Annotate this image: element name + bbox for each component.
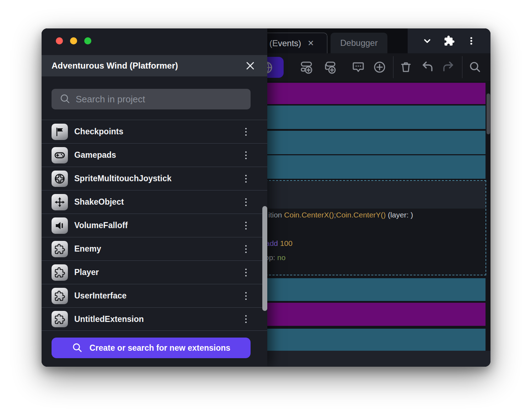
project-title: Adventurous Wind (Platformer) (52, 61, 245, 71)
speaker-icon (52, 217, 68, 234)
list-item-gamepads[interactable]: Gamepads (42, 143, 267, 167)
kebab-menu-icon[interactable] (243, 268, 249, 277)
tab-close-icon[interactable]: ✕ (307, 39, 314, 47)
traffic-close-button[interactable] (56, 37, 63, 44)
event-row[interactable] (255, 106, 486, 129)
event-row[interactable] (255, 303, 486, 326)
list-item-shakeobject[interactable]: ShakeObject (42, 190, 267, 214)
flag-icon (52, 124, 68, 140)
code-token: no (277, 253, 285, 262)
code-token: ition (268, 211, 284, 219)
list-item-label: Checkpoints (74, 127, 243, 136)
more-menu-icon[interactable] (466, 36, 476, 46)
create-extension-button[interactable]: Create or search for new extensions (52, 338, 251, 358)
gamepad-icon (52, 147, 68, 163)
list-item-player[interactable]: Player (42, 260, 267, 284)
list-item-label: VolumeFalloff (74, 221, 243, 230)
event-row[interactable] (255, 83, 486, 104)
list-item-label: UserInterface (74, 291, 243, 301)
toolbar-divider (462, 56, 462, 78)
selected-event-block[interactable]: ition Coin.CenterX();Coin.CenterY() (lay… (255, 180, 486, 275)
list-item-label: Gamepads (74, 150, 243, 160)
list-item-volumefalloff[interactable]: VolumeFalloff (42, 214, 267, 237)
add-comment-button[interactable] (349, 58, 368, 77)
tab-debugger-label: Debugger (340, 38, 377, 48)
list-item-label: Player (74, 268, 243, 277)
extensions-list: Checkpoints Gamepads SpriteMultitouchJoy… (42, 120, 267, 331)
code-token: Coin.CenterX() (284, 211, 334, 219)
event-row[interactable] (255, 329, 486, 351)
code-token: (layer: ) (386, 211, 413, 219)
puzzle-icon (52, 241, 68, 257)
traffic-zoom-button[interactable] (84, 37, 91, 44)
window-controls (408, 28, 490, 53)
extensions-puzzle-icon[interactable] (444, 35, 455, 47)
code-token: 100 (280, 239, 293, 247)
list-item-label: UntitledExtension (74, 314, 243, 324)
tab-events[interactable]: (Events) ✕ (261, 33, 327, 53)
list-item-label: ShakeObject (74, 197, 243, 207)
drawer-header: Adventurous Wind (Platformer) (42, 55, 267, 76)
event-row[interactable] (255, 155, 486, 179)
event-action-line[interactable]: add 100 (266, 239, 293, 248)
list-item-label: Enemy (74, 244, 243, 254)
tab-debugger[interactable]: Debugger (331, 33, 387, 53)
kebab-menu-icon[interactable] (243, 127, 249, 136)
list-item-label: SpriteMultitouchJoystick (74, 174, 243, 183)
redo-button[interactable] (439, 58, 458, 77)
traffic-minimize-button[interactable] (70, 37, 77, 44)
joystick-icon (52, 171, 68, 187)
move-arrows-icon (52, 194, 68, 210)
event-action-line[interactable]: op: no (265, 253, 285, 262)
search-icon (72, 343, 82, 353)
kebab-menu-icon[interactable] (243, 291, 249, 301)
project-drawer: Adventurous Wind (Platformer) Checkpoint… (42, 28, 267, 367)
search-icon (59, 93, 71, 105)
events-scrollbar[interactable] (487, 93, 490, 134)
code-token: add (266, 239, 280, 247)
undo-button[interactable] (418, 58, 437, 77)
add-subevent-button[interactable] (320, 58, 339, 77)
puzzle-icon (52, 288, 68, 304)
event-condition-area[interactable] (256, 181, 486, 209)
event-row[interactable] (255, 131, 486, 154)
list-item-spritemultitouchjoystick[interactable]: SpriteMultitouchJoystick (42, 167, 267, 190)
list-item-checkpoints[interactable]: Checkpoints (42, 120, 267, 143)
kebab-menu-icon[interactable] (243, 174, 249, 183)
search-events-button[interactable] (465, 58, 484, 77)
macos-titlebar (42, 28, 267, 55)
event-row[interactable] (255, 278, 486, 301)
kebab-menu-icon[interactable] (243, 221, 249, 230)
delete-button[interactable] (396, 58, 415, 77)
list-item-userinterface[interactable]: UserInterface (42, 284, 267, 307)
toolbar-divider (393, 56, 393, 78)
drawer-scrollbar[interactable] (262, 206, 267, 311)
search-input[interactable] (76, 94, 251, 105)
create-extension-label: Create or search for new extensions (90, 343, 230, 353)
tab-events-label: (Events) (269, 38, 301, 48)
list-item-enemy[interactable]: Enemy (42, 237, 267, 260)
close-icon[interactable] (245, 61, 255, 71)
kebab-menu-icon[interactable] (243, 314, 249, 324)
add-event-button[interactable] (297, 58, 316, 77)
code-token: Coin.CenterY() (336, 211, 386, 219)
list-item-untitledextension[interactable]: UntitledExtension (42, 307, 267, 331)
kebab-menu-icon[interactable] (243, 244, 249, 254)
kebab-menu-icon[interactable] (243, 151, 249, 160)
app-window: (Events) ✕ Debugger (42, 28, 490, 367)
kebab-menu-icon[interactable] (243, 198, 249, 207)
add-other-button[interactable] (370, 58, 389, 77)
puzzle-icon (52, 264, 68, 281)
chevron-down-icon[interactable] (422, 36, 433, 46)
project-search (52, 89, 251, 109)
puzzle-icon (52, 311, 68, 327)
event-action-line[interactable]: ition Coin.CenterX();Coin.CenterY() (lay… (268, 211, 413, 219)
